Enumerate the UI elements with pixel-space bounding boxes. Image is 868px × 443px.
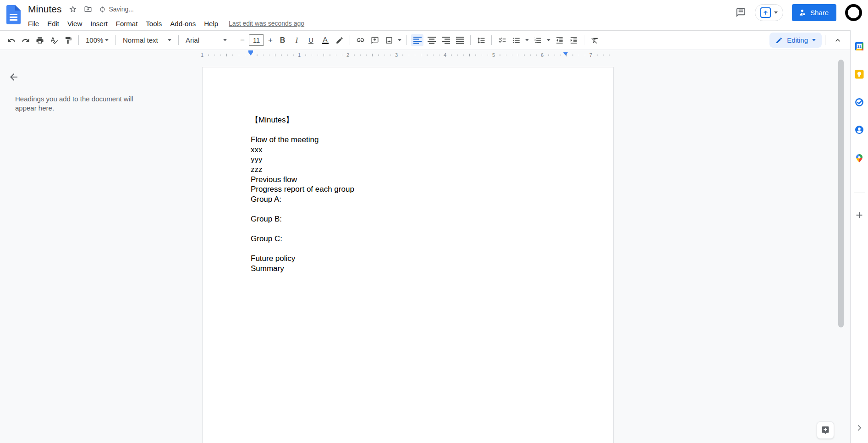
google-tasks-icon[interactable]: [855, 98, 864, 107]
checklist-button[interactable]: [496, 34, 508, 46]
doc-line[interactable]: yyy: [251, 155, 566, 165]
increase-font-size-button[interactable]: +: [265, 34, 275, 46]
ruler-tick: [360, 55, 361, 55]
hide-menus-button[interactable]: [831, 34, 844, 46]
chevron-down-icon[interactable]: [398, 39, 401, 41]
google-contacts-icon[interactable]: [855, 125, 864, 134]
font-size-input[interactable]: 11: [249, 34, 264, 46]
star-icon[interactable]: [69, 5, 77, 13]
undo-button[interactable]: [5, 34, 17, 46]
menu-view[interactable]: View: [63, 20, 86, 28]
text-color-button[interactable]: A: [319, 34, 331, 46]
italic-button[interactable]: I: [291, 34, 303, 46]
google-maps-icon[interactable]: [855, 154, 864, 163]
ruler-tick: [312, 55, 313, 55]
bold-button[interactable]: B: [276, 34, 289, 46]
doc-line[interactable]: Previous flow: [251, 175, 566, 185]
highlight-color-button[interactable]: [333, 34, 346, 46]
open-in-app-button[interactable]: [755, 4, 783, 21]
numbered-list-button[interactable]: [532, 34, 544, 46]
doc-line[interactable]: [251, 224, 566, 234]
justify-button[interactable]: [454, 34, 466, 46]
doc-line[interactable]: 【Minutes】: [251, 115, 566, 125]
decrease-indent-button[interactable]: [553, 34, 566, 46]
align-right-button[interactable]: [439, 34, 452, 46]
menu-file[interactable]: File: [24, 20, 43, 28]
ruler-tick: [439, 55, 440, 55]
document-text[interactable]: 【Minutes】Flow of the meetingxxxyyyzzzPre…: [251, 115, 566, 274]
left-indent-marker[interactable]: [248, 50, 253, 55]
explore-button[interactable]: [817, 421, 834, 439]
chevron-down-icon[interactable]: [525, 39, 529, 41]
ruler-tick: [366, 55, 367, 55]
insert-link-button[interactable]: [354, 34, 367, 46]
menu-format[interactable]: Format: [112, 20, 142, 28]
add-comment-button[interactable]: [368, 34, 381, 46]
align-left-icon: [413, 36, 422, 44]
close-outline-button[interactable]: [8, 72, 19, 84]
google-docs-logo-icon[interactable]: [6, 5, 21, 24]
last-edit-link[interactable]: Last edit was seconds ago: [229, 20, 304, 27]
align-left-button[interactable]: [411, 34, 423, 46]
document-page[interactable]: 【Minutes】Flow of the meetingxxxyyyzzzPre…: [202, 67, 614, 443]
increase-indent-button[interactable]: [567, 34, 580, 46]
menu-bar: FileEditViewInsertFormatToolsAdd-onsHelp…: [24, 17, 304, 30]
menu-edit[interactable]: Edit: [43, 20, 63, 28]
right-indent-marker[interactable]: [563, 52, 568, 55]
ruler-tick: [305, 55, 306, 55]
ruler-tick: [536, 55, 537, 55]
ruler-tick: [560, 55, 561, 55]
clear-formatting-button[interactable]: [588, 34, 601, 46]
doc-line[interactable]: [251, 125, 566, 135]
paint-format-button[interactable]: [62, 34, 74, 46]
insert-image-button[interactable]: [383, 34, 395, 46]
vertical-scrollbar[interactable]: [838, 60, 844, 327]
decrease-font-size-button[interactable]: −: [237, 34, 247, 46]
chevron-down-icon[interactable]: [547, 39, 550, 41]
chevron-down-icon: [105, 39, 109, 41]
print-button[interactable]: [33, 34, 46, 46]
google-calendar-icon[interactable]: 31: [855, 42, 864, 51]
spell-check-button[interactable]: [48, 34, 60, 46]
google-keep-icon[interactable]: [855, 70, 864, 79]
line-spacing-button[interactable]: [475, 34, 487, 46]
doc-line[interactable]: Future policy: [251, 254, 566, 264]
outline-placeholder-text: Headings you add to the document will ap…: [15, 94, 138, 112]
mode-select[interactable]: Editing: [769, 33, 822, 48]
move-to-folder-icon[interactable]: [84, 5, 92, 13]
share-button[interactable]: Share: [792, 4, 836, 21]
menu-tools[interactable]: Tools: [142, 20, 166, 28]
menu-help[interactable]: Help: [200, 20, 222, 28]
doc-line[interactable]: Group A:: [251, 194, 566, 205]
ruler-tick: [287, 55, 288, 55]
ruler-tick: [281, 55, 282, 55]
explore-icon: [821, 426, 830, 435]
redo-button[interactable]: [19, 34, 32, 46]
doc-line[interactable]: Group C:: [251, 234, 566, 244]
account-avatar[interactable]: [845, 4, 862, 21]
doc-line[interactable]: Progress report of each group: [251, 184, 566, 194]
doc-line[interactable]: [251, 244, 566, 254]
ruler-tick: [433, 55, 434, 55]
document-title[interactable]: Minutes: [28, 4, 62, 15]
font-select[interactable]: Arial: [182, 34, 231, 46]
align-center-button[interactable]: [425, 34, 438, 46]
open-comments-button[interactable]: [736, 7, 746, 18]
doc-line[interactable]: Flow of the meeting: [251, 135, 566, 145]
underline-button[interactable]: U: [305, 34, 317, 46]
get-add-ons-button[interactable]: [854, 210, 864, 222]
hide-side-panel-button[interactable]: [855, 424, 863, 434]
zoom-select[interactable]: 100%: [82, 34, 112, 46]
doc-line[interactable]: zzz: [251, 165, 566, 175]
bulleted-list-button[interactable]: [510, 34, 522, 46]
menu-add-ons[interactable]: Add-ons: [166, 20, 200, 28]
doc-line[interactable]: xxx: [251, 145, 566, 155]
back-arrow-icon: [8, 72, 19, 83]
doc-line[interactable]: Summary: [251, 264, 566, 274]
paragraph-style-select[interactable]: Normal text: [119, 34, 175, 46]
comment-icon: [736, 7, 746, 18]
ruler-tick: [293, 55, 294, 55]
doc-line[interactable]: Group B:: [251, 214, 566, 224]
menu-insert[interactable]: Insert: [86, 20, 112, 28]
doc-line[interactable]: [251, 204, 566, 214]
